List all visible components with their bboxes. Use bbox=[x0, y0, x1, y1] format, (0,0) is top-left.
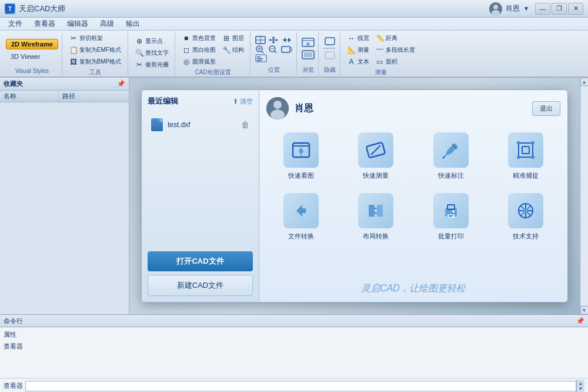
feature-layout[interactable]: 布局转换 bbox=[342, 190, 411, 244]
bw-icon: ◻ bbox=[182, 46, 191, 54]
feature-batch-print[interactable]: 批量打印 bbox=[416, 190, 486, 244]
toolbar-position-label: 位置 bbox=[268, 65, 280, 74]
snap-icon bbox=[508, 132, 543, 168]
zoom-out-icon bbox=[268, 45, 279, 53]
restore-button[interactable]: ❐ bbox=[552, 3, 567, 15]
toolbar-smooth-arc[interactable]: ◎ 圆滑弧形 bbox=[180, 57, 218, 67]
toolbar-3d-viewer[interactable]: 3D Viewer bbox=[6, 52, 58, 61]
toolbar-measure-label: 测量 bbox=[375, 67, 387, 77]
scissors-icon: ✂ bbox=[69, 34, 78, 42]
svg-point-46 bbox=[517, 155, 520, 159]
svg-rect-16 bbox=[282, 46, 290, 52]
svg-point-57 bbox=[452, 210, 455, 212]
feature-quick-annotate[interactable]: 快速标注 bbox=[416, 129, 486, 184]
feature-quick-measure[interactable]: 快速测量 bbox=[342, 129, 411, 184]
svg-rect-18 bbox=[257, 57, 260, 58]
menu-file[interactable]: 文件 bbox=[2, 18, 28, 30]
svg-line-40 bbox=[443, 156, 445, 158]
layout-icon bbox=[358, 193, 393, 228]
polyline-icon: 〰 bbox=[376, 46, 384, 54]
sidebar-table-header: 名称 路径 bbox=[0, 91, 129, 102]
svg-line-9 bbox=[262, 51, 265, 53]
user-dropdown-arrow[interactable]: ▼ bbox=[523, 5, 529, 12]
dialog-header: 最近编辑 ⬆ 清空 bbox=[148, 96, 253, 107]
toolbar-text[interactable]: A 文本 bbox=[345, 57, 372, 67]
snap-label: 精准捕捉 bbox=[513, 171, 539, 180]
menu-output[interactable]: 输出 bbox=[120, 18, 146, 30]
viewer-row[interactable]: 查看器 bbox=[4, 340, 584, 352]
svg-line-67 bbox=[521, 212, 524, 216]
file-item[interactable]: test.dxf 🗑 bbox=[148, 114, 253, 136]
menu-editor[interactable]: 编辑器 bbox=[61, 18, 94, 30]
viewer-input[interactable] bbox=[25, 381, 576, 391]
scroll-up-btn[interactable]: ▲ bbox=[579, 381, 583, 386]
delete-icon[interactable]: 🗑 bbox=[241, 120, 249, 129]
welcome-dialog: 最近编辑 ⬆ 清空 test.dxf 🗑 打开CAD文件 新建CAD文件 bbox=[141, 89, 568, 303]
find-icon: 🔍 bbox=[135, 49, 143, 57]
arc-icon: ◎ bbox=[182, 58, 191, 66]
scroll-down-btn[interactable]: ▼ bbox=[579, 386, 583, 391]
nav-arrows-icon bbox=[281, 36, 293, 44]
clear-button[interactable]: ⬆ 清空 bbox=[233, 97, 253, 106]
user-name: 肖恩 bbox=[506, 4, 520, 14]
toolbar-structure[interactable]: 🔧 结构 bbox=[220, 45, 246, 55]
toolbar-black-bg[interactable]: ■ 黑色背景 bbox=[180, 33, 218, 44]
menu-viewer[interactable]: 查看器 bbox=[28, 18, 61, 30]
toolbar-cut-frame[interactable]: ✂ 剪切框架 bbox=[67, 33, 105, 44]
scroll-track[interactable] bbox=[581, 87, 588, 305]
props-row[interactable]: 属性 bbox=[4, 328, 584, 340]
toolbar-2d-wireframe[interactable]: 2D Wireframe bbox=[6, 39, 58, 49]
browse-icon1 bbox=[302, 38, 315, 48]
svg-point-44 bbox=[517, 141, 520, 145]
toolbar-distance[interactable]: 📏 距离 bbox=[373, 33, 400, 44]
toolbar-layers[interactable]: ⊞ 图层 bbox=[220, 33, 246, 44]
hide-icon bbox=[323, 37, 336, 61]
drawing-area[interactable]: 最近编辑 ⬆ 清空 test.dxf 🗑 打开CAD文件 新建CAD文件 bbox=[129, 78, 580, 314]
user-name-large: 肖恩 bbox=[295, 102, 532, 115]
toolbar-copy-bmp[interactable]: 🖼 复制为BMP格式 bbox=[67, 57, 124, 67]
feature-convert[interactable]: 文件转换 bbox=[266, 190, 336, 244]
toolbar-bw-drawing[interactable]: ◻ 黑白绘图 bbox=[180, 45, 218, 55]
svg-rect-42 bbox=[519, 143, 533, 157]
blackbg-icon: ■ bbox=[182, 34, 191, 42]
toolbar-trim-raster[interactable]: ✂ 修剪光栅 bbox=[133, 59, 171, 70]
svg-point-3 bbox=[493, 5, 498, 9]
toolbar-cad-settings-label: CAD绘图设置 bbox=[195, 67, 230, 77]
scroll-down-button[interactable]: ▼ bbox=[580, 306, 589, 314]
app-title: 天启CAD大师 bbox=[19, 4, 489, 14]
open-cad-button[interactable]: 打开CAD文件 bbox=[148, 251, 253, 271]
sidebar-col-path: 路径 bbox=[59, 91, 79, 102]
svg-rect-48 bbox=[369, 205, 375, 217]
toolbar-copy-emf[interactable]: 📋 复制为EMF格式 bbox=[67, 45, 123, 55]
minimize-button[interactable]: — bbox=[535, 3, 550, 15]
menu-advanced[interactable]: 高级 bbox=[94, 18, 120, 30]
feature-grid: 快速看图 快速测量 快速标注 bbox=[266, 129, 560, 244]
file-icon bbox=[151, 118, 163, 131]
toolbar: 2D Wireframe 3D Viewer Visual Styles ✂ 剪… bbox=[0, 31, 588, 78]
toolbar-cad-settings: ■ 黑色背景 ⊞ 图层 ◻ 黑白绘图 🔧 结构 bbox=[176, 32, 250, 75]
dialog-right-panel: 肖恩 退出 快速看图 bbox=[259, 90, 567, 302]
feature-quick-view[interactable]: 快速看图 bbox=[266, 129, 336, 184]
cmd-pin[interactable]: 📌 bbox=[576, 317, 584, 325]
new-cad-button[interactable]: 新建CAD文件 bbox=[148, 275, 253, 296]
feature-support[interactable]: 技术支持 bbox=[492, 190, 561, 244]
scroll-up-button[interactable]: ▲ bbox=[580, 78, 589, 86]
sidebar-pin[interactable]: 📌 bbox=[117, 80, 125, 88]
toolbar-browse-label: 浏览 bbox=[302, 65, 314, 74]
logout-button[interactable]: 退出 bbox=[532, 101, 560, 116]
props-label: 属性 bbox=[4, 330, 16, 339]
toolbar-measure2[interactable]: 📐 测量 bbox=[345, 45, 372, 55]
file-name: test.dxf bbox=[168, 121, 236, 129]
toolbar-linewidth[interactable]: ↔ 线宽 bbox=[345, 33, 372, 44]
close-button[interactable]: ✕ bbox=[568, 3, 583, 15]
toolbar-polyline-length[interactable]: 〰 多段线长度 bbox=[373, 45, 417, 55]
svg-point-30 bbox=[273, 101, 282, 109]
svg-point-59 bbox=[523, 208, 528, 213]
toolbar-find-text[interactable]: 🔍 查找文字 bbox=[133, 48, 171, 58]
feature-snap[interactable]: 精准捕捉 bbox=[492, 129, 561, 184]
svg-rect-28 bbox=[325, 52, 335, 59]
toolbar-show-points[interactable]: ⊕ 显示点 bbox=[133, 36, 165, 46]
toolbar-area[interactable]: ▭ 面积 bbox=[373, 57, 400, 67]
quick-view-icon bbox=[283, 132, 319, 168]
trim-icon: ✂ bbox=[135, 61, 143, 69]
